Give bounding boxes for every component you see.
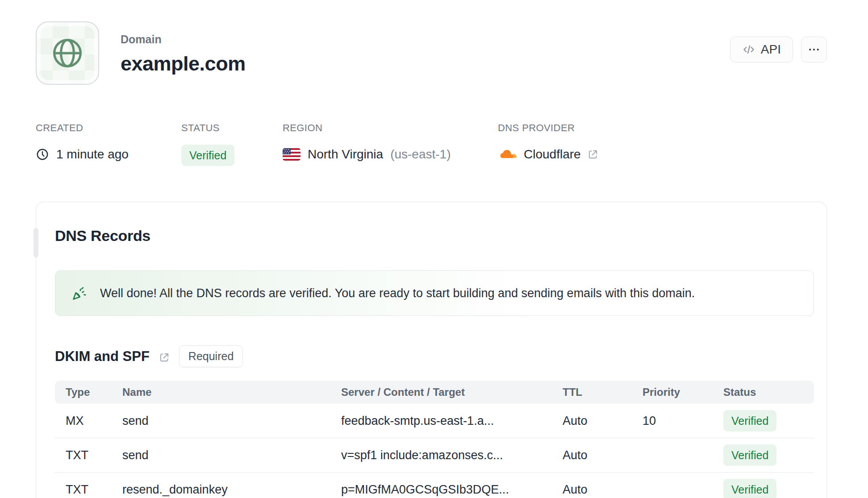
globe-icon — [49, 34, 86, 72]
dns-provider-value: Cloudflare — [524, 147, 581, 162]
cell-type: TXT — [66, 483, 122, 497]
success-banner: Well done! All the DNS records are verif… — [55, 270, 814, 316]
dns-provider-label: DNS PROVIDER — [498, 122, 599, 134]
page: Domain example.com API CREATED — [0, 0, 868, 498]
dns-records-table: Type Name Server / Content / Target TTL … — [55, 381, 814, 498]
meta-dns-provider: DNS PROVIDER Cloudflare — [498, 122, 599, 166]
col-header-name: Name — [122, 386, 341, 398]
dkim-spf-section-header: DKIM and SPF Required — [55, 345, 814, 367]
cell-name: resend._domainkey — [122, 483, 341, 497]
domain-meta: CREATED 1 minute ago STATUS Verified REG… — [36, 122, 827, 166]
region-code: (us-east-1) — [390, 147, 451, 162]
dns-provider-link[interactable]: Cloudflare — [498, 145, 599, 164]
table-row: TXT resend._domainkey p=MIGfMA0GCSqGSIb3… — [55, 473, 814, 498]
cell-priority: 10 — [643, 414, 723, 428]
table-row: MX send feedback-smtp.us-east-1.a... Aut… — [55, 404, 814, 438]
col-header-type: Type — [66, 386, 122, 398]
clock-icon — [36, 148, 49, 161]
cell-name: send — [122, 414, 341, 428]
page-title: example.com — [121, 52, 246, 75]
us-flag-icon — [283, 148, 300, 161]
domain-heading: Domain example.com — [121, 21, 246, 75]
cell-content: feedback-smtp.us-east-1.a... — [341, 414, 563, 428]
meta-status: STATUS Verified — [181, 122, 283, 166]
external-link-icon — [587, 149, 599, 160]
cloudflare-icon — [498, 149, 517, 160]
api-button[interactable]: API — [730, 37, 793, 62]
region-name: North Virginia — [308, 147, 383, 162]
external-link-icon[interactable] — [159, 352, 170, 363]
status-badge: Verified — [723, 479, 776, 498]
domain-avatar — [36, 21, 99, 85]
created-value: 1 minute ago — [56, 147, 129, 162]
created-label: CREATED — [36, 122, 181, 134]
cell-type: TXT — [66, 448, 122, 462]
table-header-row: Type Name Server / Content / Target TTL … — [55, 381, 814, 404]
required-badge: Required — [179, 345, 243, 367]
dns-records-title: DNS Records — [55, 227, 814, 245]
header-actions: API — [730, 37, 827, 62]
cell-ttl: Auto — [563, 483, 643, 497]
dns-records-card: DNS Records Well done! All the DNS recor… — [36, 202, 827, 498]
cell-ttl: Auto — [563, 414, 643, 428]
status-badge: Verified — [723, 410, 776, 432]
meta-region: REGION North Virginia (us-ea — [283, 122, 498, 166]
cell-type: MX — [66, 414, 122, 428]
page-subtitle: Domain — [121, 33, 246, 46]
region-label: REGION — [283, 122, 498, 134]
status-badge: Verified — [181, 145, 234, 166]
status-label: STATUS — [181, 122, 283, 134]
cell-name: send — [122, 448, 341, 462]
ellipsis-icon — [807, 43, 821, 56]
col-header-content: Server / Content / Target — [341, 386, 563, 398]
col-header-priority: Priority — [643, 386, 723, 398]
cell-content: v=spf1 include:amazonses.c... — [341, 448, 563, 462]
section-scroll-indicator — [33, 228, 38, 257]
domain-header: Domain example.com API — [36, 21, 827, 85]
success-banner-text: Well done! All the DNS records are verif… — [100, 286, 695, 300]
cell-content: p=MIGfMA0GCSqGSIb3DQE... — [341, 483, 563, 497]
meta-created: CREATED 1 minute ago — [36, 122, 181, 166]
api-button-label: API — [761, 42, 781, 57]
cell-ttl: Auto — [563, 448, 643, 462]
col-header-ttl: TTL — [563, 386, 643, 398]
table-row: TXT send v=spf1 include:amazonses.c... A… — [55, 438, 814, 473]
code-icon — [742, 43, 755, 56]
col-header-status: Status — [723, 386, 803, 398]
party-popper-icon — [71, 285, 88, 301]
dkim-spf-title: DKIM and SPF — [55, 349, 150, 365]
status-badge: Verified — [723, 444, 776, 466]
more-options-button[interactable] — [801, 37, 827, 62]
